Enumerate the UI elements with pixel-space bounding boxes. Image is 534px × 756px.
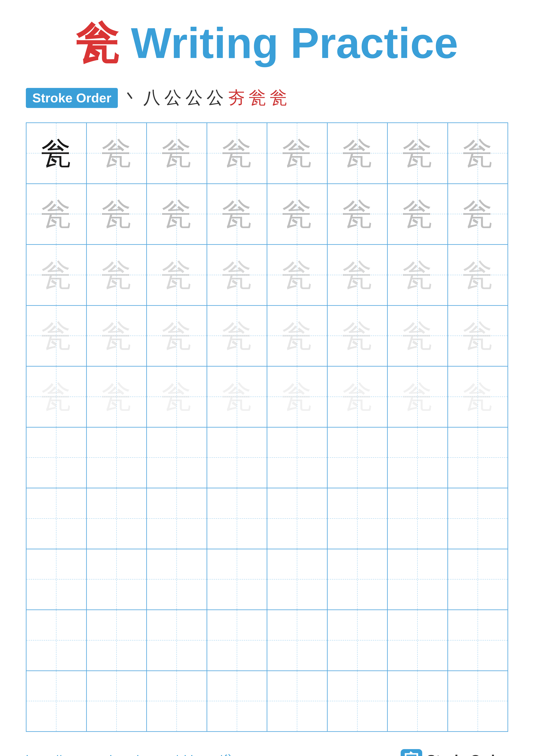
grid-cell[interactable] <box>87 671 147 731</box>
grid-cell[interactable] <box>147 671 207 731</box>
grid-cell[interactable] <box>87 610 147 670</box>
grid-cell[interactable]: 瓮 <box>87 306 147 366</box>
grid-cell[interactable]: 瓮 <box>328 123 388 183</box>
brand-name: StrokeOrder <box>426 752 508 756</box>
grid-cell[interactable] <box>267 549 328 610</box>
grid-cell[interactable]: 瓮 <box>27 366 87 427</box>
grid-cell[interactable]: 瓮 <box>448 123 508 183</box>
practice-char: 瓮 <box>282 260 312 290</box>
grid-cell[interactable]: 瓮 <box>207 306 267 366</box>
grid-row-1: 瓮 瓮 瓮 瓮 瓮 瓮 瓮 瓮 <box>27 123 507 184</box>
grid-cell[interactable] <box>87 549 147 610</box>
grid-cell[interactable]: 瓮 <box>207 366 267 427</box>
grid-cell[interactable] <box>448 671 508 731</box>
writing-grid: 瓮 瓮 瓮 瓮 瓮 瓮 瓮 瓮 瓮 瓮 瓮 瓮 瓮 瓮 瓮 瓮 瓮 瓮 瓮 瓮 … <box>26 122 508 732</box>
grid-cell[interactable] <box>27 671 87 731</box>
grid-cell[interactable]: 瓮 <box>27 184 87 244</box>
grid-cell[interactable]: 瓮 <box>87 245 147 305</box>
grid-cell[interactable]: 瓮 <box>147 245 207 305</box>
grid-cell[interactable]: 瓮 <box>267 306 328 366</box>
grid-cell[interactable]: 瓮 <box>207 245 267 305</box>
grid-cell[interactable] <box>27 428 87 488</box>
grid-cell[interactable]: 瓮 <box>328 306 388 366</box>
grid-row-empty-5 <box>27 671 507 731</box>
practice-char: 瓮 <box>402 199 433 229</box>
grid-cell[interactable] <box>388 428 448 488</box>
grid-cell[interactable]: 瓮 <box>267 184 328 244</box>
grid-cell[interactable]: 瓮 <box>388 366 448 427</box>
grid-cell[interactable] <box>388 549 448 610</box>
footer-url[interactable]: https://www.strokeorder.com/chinese/瓮 <box>26 752 234 756</box>
grid-cell[interactable]: 瓮 <box>147 184 207 244</box>
grid-cell[interactable] <box>328 549 388 610</box>
grid-cell[interactable]: 瓮 <box>207 184 267 244</box>
practice-char: 瓮 <box>222 199 252 229</box>
practice-char: 瓮 <box>41 321 71 351</box>
grid-cell[interactable]: 瓮 <box>27 306 87 366</box>
grid-cell[interactable]: 瓮 <box>267 245 328 305</box>
grid-cell[interactable]: 瓮 <box>388 306 448 366</box>
grid-cell[interactable] <box>328 610 388 670</box>
grid-cell[interactable]: 瓮 <box>328 245 388 305</box>
practice-char: 瓮 <box>162 321 192 351</box>
grid-cell[interactable] <box>388 610 448 670</box>
grid-cell[interactable] <box>147 549 207 610</box>
grid-row-empty-4 <box>27 610 507 671</box>
grid-cell[interactable]: 瓮 <box>448 245 508 305</box>
practice-char: 瓮 <box>402 382 433 412</box>
grid-cell[interactable] <box>27 549 87 610</box>
practice-char: 瓮 <box>402 260 433 290</box>
grid-cell[interactable] <box>27 610 87 670</box>
grid-cell[interactable]: 瓮 <box>207 123 267 183</box>
grid-cell[interactable]: 瓮 <box>87 123 147 183</box>
grid-cell[interactable] <box>388 671 448 731</box>
grid-cell[interactable]: 瓮 <box>388 245 448 305</box>
practice-char: 瓮 <box>342 382 372 412</box>
brand-char: 字 <box>404 750 419 756</box>
grid-cell[interactable] <box>267 428 328 488</box>
grid-cell[interactable] <box>267 610 328 670</box>
practice-char: 瓮 <box>402 321 433 351</box>
grid-cell[interactable] <box>448 488 508 549</box>
grid-cell[interactable]: 瓮 <box>147 306 207 366</box>
grid-cell[interactable]: 瓮 <box>267 366 328 427</box>
grid-cell[interactable] <box>87 488 147 549</box>
grid-cell[interactable] <box>207 671 267 731</box>
grid-cell[interactable] <box>448 549 508 610</box>
grid-cell[interactable]: 瓮 <box>448 366 508 427</box>
practice-char: 瓮 <box>162 138 192 168</box>
grid-cell[interactable] <box>207 488 267 549</box>
grid-cell[interactable] <box>207 610 267 670</box>
grid-cell[interactable]: 瓮 <box>328 366 388 427</box>
grid-cell[interactable] <box>147 428 207 488</box>
grid-cell[interactable]: 瓮 <box>27 245 87 305</box>
brand-icon: 字 <box>401 749 422 756</box>
grid-cell[interactable] <box>448 610 508 670</box>
grid-cell[interactable]: 瓮 <box>388 184 448 244</box>
grid-cell[interactable]: 瓮 <box>147 123 207 183</box>
grid-cell[interactable]: 瓮 <box>448 306 508 366</box>
grid-cell[interactable] <box>207 549 267 610</box>
grid-cell[interactable] <box>328 488 388 549</box>
grid-cell[interactable] <box>27 488 87 549</box>
grid-cell[interactable] <box>267 488 328 549</box>
practice-char: 瓮 <box>282 321 312 351</box>
grid-cell[interactable] <box>87 428 147 488</box>
grid-cell[interactable]: 瓮 <box>388 123 448 183</box>
grid-cell[interactable]: 瓮 <box>27 123 87 183</box>
grid-cell[interactable]: 瓮 <box>448 184 508 244</box>
grid-cell[interactable]: 瓮 <box>87 184 147 244</box>
grid-cell[interactable] <box>267 671 328 731</box>
grid-cell[interactable] <box>448 428 508 488</box>
grid-cell[interactable] <box>147 488 207 549</box>
grid-cell[interactable]: 瓮 <box>147 366 207 427</box>
grid-cell[interactable]: 瓮 <box>267 123 328 183</box>
grid-cell[interactable] <box>328 671 388 731</box>
grid-cell[interactable]: 瓮 <box>328 184 388 244</box>
grid-cell[interactable] <box>147 610 207 670</box>
stroke-4: 公 <box>186 86 203 109</box>
grid-cell[interactable] <box>388 488 448 549</box>
grid-cell[interactable] <box>328 428 388 488</box>
grid-cell[interactable]: 瓮 <box>87 366 147 427</box>
grid-cell[interactable] <box>207 428 267 488</box>
